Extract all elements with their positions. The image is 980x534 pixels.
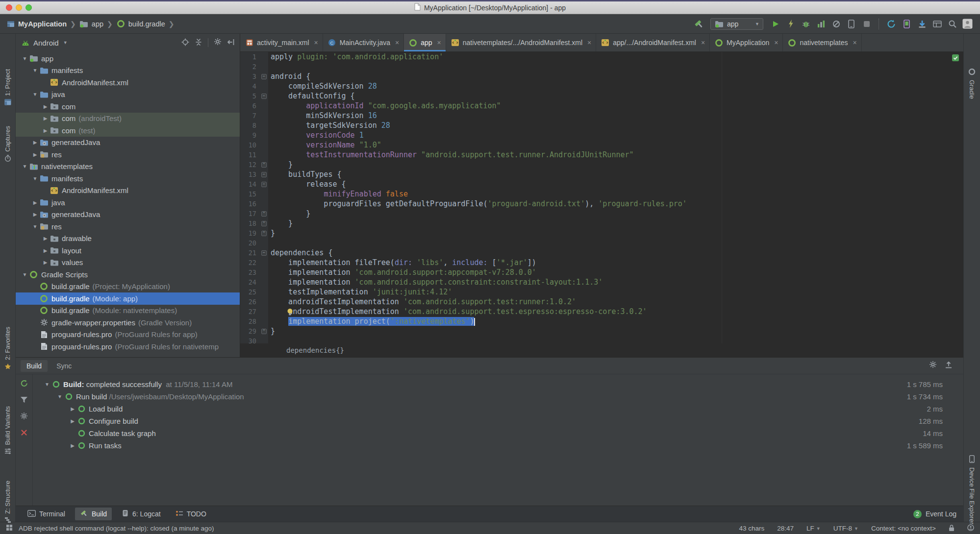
tree-row[interactable]: build.gradle(Module: app) [16, 292, 240, 305]
code-line[interactable]: 16 proguardFiles getDefaultProguardFile(… [240, 199, 963, 209]
zoom-window-button[interactable] [25, 4, 32, 11]
project-view-selector[interactable]: Android [33, 39, 59, 47]
expand-arrow-icon[interactable]: ▶ [31, 152, 39, 157]
build-output-row[interactable]: ▼Run build /Users/jweisbaum/Desktop/MyAp… [33, 390, 963, 403]
code-line[interactable]: 29⌃} [240, 326, 963, 336]
toolwindow-button-todo[interactable]: TODO [171, 508, 211, 520]
tree-row[interactable]: ▶drawable [16, 233, 240, 245]
code-line[interactable]: 2 [240, 62, 963, 72]
expand-arrow-icon[interactable]: ▶ [68, 443, 77, 448]
sdk-manager-icon[interactable] [915, 18, 929, 30]
editor-tab[interactable]: app/.../AndroidManifest.xml× [596, 34, 710, 51]
status-widget[interactable]: UTF-8▼ [833, 525, 858, 532]
minimize-window-button[interactable] [16, 4, 22, 11]
expand-arrow-icon[interactable]: ▼ [31, 176, 39, 181]
code-line[interactable]: 3−android { [240, 72, 963, 81]
code-line[interactable]: 5− defaultConfig { [240, 91, 963, 101]
toolwindow-button-terminal[interactable]: Terminal [23, 508, 70, 520]
code-line[interactable]: 12⌃ } [240, 160, 963, 170]
code-line[interactable]: 28 implementation project(':nativetempla… [240, 316, 963, 326]
expand-arrow-icon[interactable]: ▶ [31, 200, 39, 205]
tree-row[interactable]: build.gradle(Project: MyApplication) [16, 281, 240, 293]
code-line[interactable]: 30 [240, 336, 963, 343]
expand-arrow-icon[interactable]: ▶ [41, 128, 50, 133]
status-widget[interactable]: 28:47 [777, 525, 794, 532]
expand-arrow-icon[interactable]: ▶ [31, 140, 39, 145]
toolwindow-toggle-icon[interactable] [6, 524, 13, 533]
tree-row[interactable]: ▶com(androidTest) [16, 113, 240, 125]
close-icon[interactable]: × [701, 39, 705, 47]
expand-arrow-icon[interactable]: ▶ [41, 260, 50, 265]
editor-tab[interactable]: CMainActivity.java× [323, 34, 404, 51]
tab-sync[interactable]: Sync [50, 360, 77, 372]
editor-tab[interactable]: activity_main.xml× [240, 34, 323, 51]
user-avatar-icon[interactable] [961, 18, 974, 30]
close-window-button[interactable] [6, 4, 12, 11]
fold-marker-icon[interactable]: ⌃ [261, 221, 267, 226]
run-config-selector[interactable]: app ▼ [710, 18, 763, 30]
code-line[interactable]: 21−dependencies { [240, 248, 963, 258]
tree-row[interactable]: ▼java [16, 89, 240, 101]
debug-icon[interactable] [799, 18, 812, 30]
fold-marker-icon[interactable]: − [261, 94, 267, 99]
close-icon[interactable]: × [395, 39, 399, 47]
expand-arrow-icon[interactable]: ▶ [68, 406, 77, 412]
toolwindow-button--logcat[interactable]: 6: Logcat [117, 508, 166, 520]
status-message[interactable]: ADB rejected shell command (logcat --hel… [19, 525, 214, 532]
close-icon[interactable] [21, 429, 27, 438]
editor-tab[interactable]: nativetemplates× [783, 34, 861, 51]
tree-row[interactable]: gradle-wrapper.properties(Gradle Version… [16, 316, 240, 329]
expand-arrow-icon[interactable]: ▶ [41, 248, 50, 253]
profile-icon[interactable] [814, 18, 828, 30]
filter-icon[interactable] [20, 396, 28, 405]
inspections-status-icon[interactable] [952, 54, 959, 63]
build-output-row[interactable]: ▶Load build2 ms [33, 403, 963, 415]
collapse-all-icon[interactable] [195, 38, 202, 48]
editor-tab[interactable]: MyApplication× [710, 34, 783, 51]
stripe-button--favorites[interactable]: 2: Favorites [0, 327, 15, 371]
apply-changes-icon[interactable] [784, 18, 797, 30]
close-icon[interactable]: × [853, 39, 857, 47]
settings-icon[interactable] [20, 412, 28, 422]
expand-arrow-icon[interactable]: ▼ [31, 224, 39, 229]
expand-arrow-icon[interactable]: ▶ [41, 104, 50, 109]
tree-row[interactable]: AndroidManifest.xml [16, 185, 240, 197]
code-line[interactable]: 8 targetSdkVersion 28 [240, 121, 963, 130]
fold-marker-icon[interactable]: ⌃ [261, 231, 267, 236]
tree-row[interactable]: ▶layout [16, 244, 240, 257]
editor-tab[interactable]: nativetemplates/.../AndroidManifest.xml× [446, 34, 597, 51]
select-device-icon[interactable] [845, 18, 858, 30]
code-line[interactable]: 18⌃ } [240, 218, 963, 228]
close-icon[interactable]: × [437, 39, 441, 47]
expand-arrow-icon[interactable]: ▼ [21, 272, 29, 277]
breadcrumb-file[interactable]: build.gradle [116, 20, 165, 28]
tree-row[interactable]: AndroidManifest.xml [16, 76, 240, 89]
expand-arrow-icon[interactable]: ▶ [41, 116, 50, 121]
tree-row[interactable]: ▼manifests [16, 172, 240, 185]
code-line[interactable]: 14− release { [240, 179, 963, 189]
code-line[interactable]: 24 implementation 'com.android.support.c… [240, 277, 963, 287]
inspections-profile-icon[interactable] [967, 524, 974, 533]
tree-row[interactable]: ▼res [16, 220, 240, 233]
fold-marker-icon[interactable]: ⌃ [261, 211, 267, 217]
fold-marker-icon[interactable]: ⌃ [261, 329, 267, 334]
code-line[interactable]: 13− buildTypes { [240, 170, 963, 179]
code-line[interactable]: 6 applicationId "com.google.ads.myapplic… [240, 101, 963, 111]
build-hammer-icon[interactable] [692, 18, 705, 30]
code-line[interactable]: 4 compileSdkVersion 28 [240, 81, 963, 91]
code-line[interactable]: 27 androidTestImplementation 'com.androi… [240, 307, 963, 316]
event-log-button[interactable]: 2 Event Log [913, 510, 956, 518]
rerun-build-icon[interactable] [20, 379, 28, 389]
tree-row[interactable]: ▶java [16, 196, 240, 209]
code-line[interactable]: 25 testImplementation 'junit:junit:4.12' [240, 287, 963, 297]
expand-arrow-icon[interactable]: ▶ [68, 418, 77, 424]
tree-row[interactable]: ▶res [16, 148, 240, 161]
code-line[interactable]: 22 implementation fileTree(dir: 'libs', … [240, 258, 963, 267]
tree-row[interactable]: ▼manifests [16, 65, 240, 77]
code-line[interactable]: 11 testInstrumentationRunner "android.su… [240, 150, 963, 160]
code-line[interactable]: 7 minSdkVersion 16 [240, 111, 963, 121]
stripe-button--project[interactable]: 1: Project [0, 69, 15, 107]
build-output-row[interactable]: ▼Build: completed successfully at 11/5/1… [33, 378, 963, 390]
fold-marker-icon[interactable]: − [261, 172, 267, 177]
expand-arrow-icon[interactable]: ▼ [21, 56, 29, 61]
